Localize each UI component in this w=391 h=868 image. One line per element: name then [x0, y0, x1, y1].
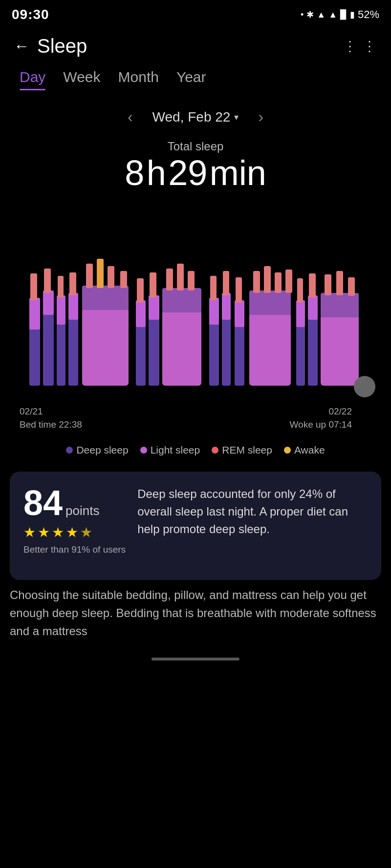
sleep-legend: Deep sleep Light sleep REM sleep Awake — [0, 434, 391, 466]
status-time: 09:30 — [12, 7, 49, 22]
star-rating: ★ ★ ★ ★ ★ — [23, 524, 126, 540]
svg-rect-7 — [57, 295, 65, 325]
svg-rect-26 — [162, 288, 201, 312]
score-number: 84 — [23, 483, 63, 522]
svg-rect-9 — [30, 273, 37, 300]
sleep-chart-svg — [0, 200, 391, 405]
svg-rect-22 — [149, 295, 159, 320]
score-label: points — [65, 503, 99, 518]
svg-rect-50 — [309, 273, 316, 298]
sleep-duration: 8 h 29 min — [0, 155, 391, 190]
score-card: 84points ★ ★ ★ ★ ★ Better than 91% of us… — [10, 472, 381, 580]
svg-rect-2 — [43, 312, 54, 386]
svg-rect-38 — [236, 277, 242, 303]
minutes-unit: min — [210, 153, 266, 192]
current-date: Wed, Feb 22 — [152, 109, 231, 125]
svg-rect-43 — [275, 272, 282, 293]
tab-week[interactable]: Week — [63, 69, 100, 90]
svg-rect-54 — [336, 271, 343, 295]
sleep-minutes: 29 — [168, 153, 207, 192]
sleep-chart — [0, 200, 391, 405]
star-1: ★ — [23, 524, 36, 540]
waketime-date: 02/22 — [328, 406, 352, 416]
awake-label: Awake — [294, 444, 325, 456]
status-icons: • ✱ ▲ ▲ ▉ ▮ 52% — [301, 8, 379, 21]
bedtime-annotation: 02/21 Bed time 22:38 — [20, 405, 82, 431]
svg-rect-10 — [44, 269, 51, 293]
svg-rect-31 — [222, 317, 231, 386]
svg-rect-12 — [69, 272, 76, 295]
svg-rect-19 — [136, 325, 146, 386]
svg-rect-33 — [209, 298, 219, 325]
svg-rect-44 — [285, 269, 292, 293]
waketime-label: Woke up 07:14 — [290, 419, 352, 430]
svg-rect-28 — [177, 264, 184, 290]
svg-rect-36 — [210, 276, 217, 300]
svg-rect-37 — [223, 271, 229, 295]
better-than-text: Better than 91% of users — [23, 543, 126, 557]
date-picker[interactable]: Wed, Feb 22 ▾ — [152, 109, 239, 125]
light-sleep-label: Light sleep — [151, 444, 200, 456]
wifi-icon: ▲ — [317, 10, 326, 20]
back-button[interactable]: ← — [14, 37, 29, 55]
svg-rect-49 — [297, 278, 303, 303]
svg-rect-52 — [321, 293, 359, 317]
svg-rect-46 — [308, 317, 318, 386]
star-3: ★ — [52, 524, 64, 540]
battery-icon: ▮ — [350, 9, 355, 20]
svg-rect-20 — [149, 317, 159, 386]
svg-rect-17 — [108, 266, 114, 288]
svg-rect-15 — [86, 264, 93, 288]
page-title: Sleep — [37, 35, 87, 57]
legend-light-sleep: Light sleep — [140, 444, 200, 456]
home-bar — [152, 658, 239, 661]
svg-rect-27 — [166, 269, 173, 290]
battery-percentage: 52% — [358, 8, 379, 21]
svg-rect-21 — [136, 300, 146, 327]
score-description: Deep sleep accounted for only 24% of ove… — [137, 485, 368, 557]
svg-rect-16 — [97, 259, 104, 288]
prev-date-button[interactable]: ‹ — [124, 104, 137, 130]
tab-day[interactable]: Day — [20, 69, 45, 90]
svg-rect-13 — [82, 308, 129, 386]
svg-rect-34 — [222, 293, 231, 320]
scroll-indicator[interactable] — [354, 376, 375, 397]
svg-rect-24 — [150, 272, 156, 298]
score-top: 84points ★ ★ ★ ★ ★ Better than 91% of us… — [23, 485, 368, 557]
star-5: ★ — [80, 524, 92, 540]
waketime-annotation: 02/22 Woke up 07:14 — [290, 405, 352, 431]
rem-sleep-label: REM sleep — [222, 444, 272, 456]
awake-dot — [284, 447, 291, 454]
bluetooth-icon: ✱ — [306, 9, 314, 20]
legend-awake: Awake — [284, 444, 325, 456]
star-2: ★ — [38, 524, 50, 540]
svg-rect-5 — [29, 298, 40, 330]
svg-rect-14 — [82, 286, 129, 310]
star-4: ★ — [66, 524, 78, 540]
next-date-button[interactable]: › — [254, 104, 267, 130]
more-options-button[interactable]: ⋮ ⋮ — [343, 38, 377, 54]
svg-rect-29 — [188, 271, 195, 290]
dot-icon: • — [301, 10, 304, 20]
status-bar: 09:30 • ✱ ▲ ▲ ▉ ▮ 52% — [0, 0, 391, 27]
svg-rect-55 — [348, 277, 355, 296]
legend-rem-sleep: REM sleep — [212, 444, 272, 456]
svg-rect-30 — [209, 322, 219, 386]
svg-rect-23 — [137, 278, 144, 303]
svg-rect-51 — [321, 315, 359, 386]
svg-rect-25 — [162, 310, 201, 386]
body-text: Choosing the suitable bedding, pillow, a… — [0, 586, 391, 650]
bedtime-date: 02/21 — [20, 406, 43, 416]
tab-bar: Day Week Month Year — [0, 65, 391, 90]
tab-month[interactable]: Month — [118, 69, 159, 90]
svg-rect-41 — [253, 271, 260, 293]
tab-year[interactable]: Year — [176, 69, 206, 90]
svg-rect-35 — [235, 300, 244, 327]
svg-rect-42 — [264, 266, 271, 293]
total-sleep-label: Total sleep — [0, 140, 391, 153]
deep-sleep-label: Deep sleep — [76, 444, 128, 456]
header: ← Sleep ⋮ ⋮ — [0, 27, 391, 65]
hours-unit: h — [147, 153, 166, 192]
svg-rect-6 — [43, 290, 54, 315]
chart-annotations: 02/21 Bed time 22:38 02/22 Woke up 07:14 — [0, 405, 391, 434]
